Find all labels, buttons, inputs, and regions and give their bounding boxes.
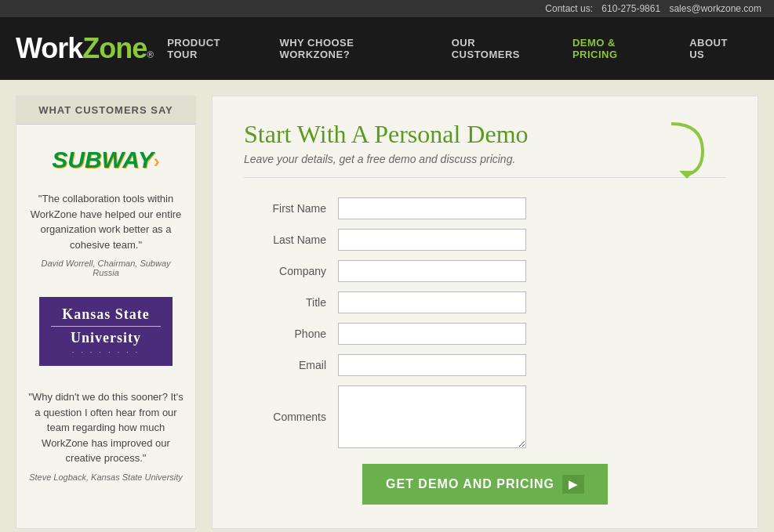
submit-label: GET DEMO AND PRICING [386, 477, 554, 491]
subway-logo-container: SUBWAY› [28, 140, 184, 179]
ksu-quote: "Why didn't we do this sooner? It's a qu… [28, 389, 184, 466]
arrow-decoration [663, 120, 710, 183]
phone-number: 610-275-9861 [601, 3, 660, 14]
comments-input[interactable] [338, 385, 526, 448]
logo-zone: Zone [82, 32, 147, 65]
sidebar-content: SUBWAY› "The collaboration tools within … [16, 125, 195, 517]
email-row: Email [244, 354, 726, 376]
first-name-label: First Name [244, 202, 338, 215]
phone-input[interactable] [338, 323, 526, 345]
last-name-row: Last Name [244, 229, 726, 251]
submit-arrow-icon: ▶ [562, 475, 584, 494]
main-nav: PRODUCT TOUR WHY CHOOSE WORKZONE? OUR CU… [153, 17, 758, 80]
sidebar-title: WHAT CUSTOMERS SAY [16, 96, 195, 125]
sidebar: WHAT CUSTOMERS SAY SUBWAY› "The collabor… [16, 96, 196, 529]
nav-about-us[interactable]: ABOUT US [675, 17, 758, 80]
nav-our-customers[interactable]: OUR CUSTOMERS [438, 17, 558, 80]
company-row: Company [244, 260, 726, 282]
phone-label: Phone [244, 328, 338, 340]
ksu-dots: · · · · · · · · [72, 348, 140, 356]
company-input[interactable] [338, 260, 526, 282]
nav-product-tour[interactable]: PRODUCT TOUR [153, 17, 265, 80]
last-name-input[interactable] [338, 229, 526, 251]
company-label: Company [244, 265, 338, 277]
ksu-logo: Kansas State University · · · · · · · · [39, 297, 173, 366]
form-subtitle: Leave your details, get a free demo and … [244, 153, 726, 178]
first-name-row: First Name [244, 197, 726, 219]
subway-logo: SUBWAY› [40, 140, 171, 179]
email-input[interactable] [338, 354, 526, 376]
email-label: Email [244, 359, 338, 371]
svg-marker-0 [679, 171, 695, 179]
subway-text: SUBWAY [52, 147, 153, 172]
title-row: Title [244, 291, 726, 313]
subway-arrow-icon: › [154, 150, 160, 172]
nav-demo-pricing[interactable]: DEMO & PRICING [558, 17, 675, 80]
comments-label: Comments [244, 411, 338, 423]
logo-work: Work [16, 32, 82, 65]
title-label: Title [244, 296, 338, 309]
logo-tm: ® [147, 49, 153, 60]
title-input[interactable] [338, 291, 526, 313]
phone-row: Phone [244, 323, 726, 345]
top-bar: Contact us: 610-275-9861 sales@workzone.… [0, 0, 774, 17]
form-area: Start With A Personal Demo Leave your de… [212, 96, 758, 529]
main-content: WHAT CUSTOMERS SAY SUBWAY› "The collabor… [0, 80, 774, 532]
submit-button[interactable]: GET DEMO AND PRICING ▶ [362, 464, 608, 505]
first-name-input[interactable] [338, 197, 526, 219]
ksu-line1: Kansas State [62, 306, 150, 323]
contact-label: Contact us: [545, 3, 593, 14]
subway-author: David Worrell, Chairman, Subway Russia [28, 259, 184, 277]
header: WorkZone® PRODUCT TOUR WHY CHOOSE WORKZO… [0, 17, 774, 80]
last-name-label: Last Name [244, 233, 338, 246]
ksu-line2: University [71, 330, 141, 346]
logo[interactable]: WorkZone® [16, 32, 153, 65]
ksu-author: Steve Logback, Kansas State University [28, 472, 184, 482]
demo-form: First Name Last Name Company Title Phone… [244, 197, 726, 505]
form-title: Start With A Personal Demo [244, 120, 726, 149]
nav-why-choose[interactable]: WHY CHOOSE WORKZONE? [265, 17, 437, 80]
subway-quote: "The collaboration tools within WorkZone… [28, 191, 184, 252]
ksu-logo-container: Kansas State University · · · · · · · · [28, 297, 184, 378]
submit-row: GET DEMO AND PRICING ▶ [244, 464, 726, 505]
comments-row: Comments [244, 385, 726, 448]
email-link[interactable]: sales@workzone.com [669, 3, 761, 14]
